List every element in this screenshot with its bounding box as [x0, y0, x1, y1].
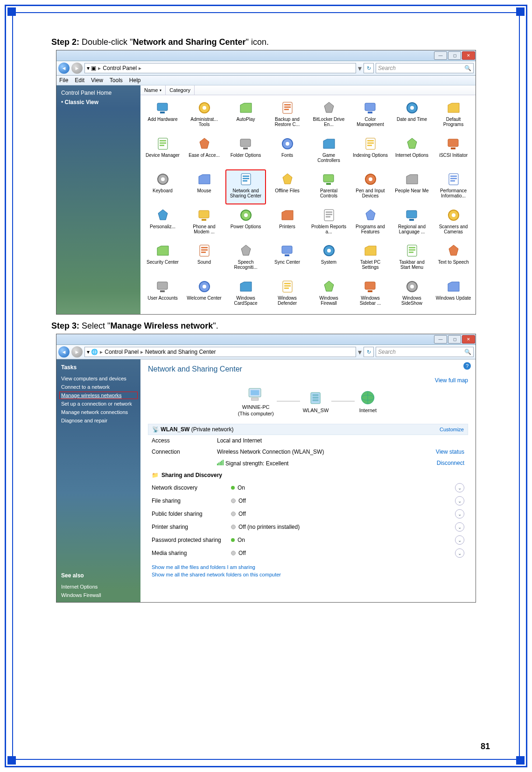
cp-icon-date-and-time[interactable]: Date and Time	[392, 98, 432, 133]
search-input[interactable]: Search🔍	[376, 63, 474, 73]
cp-icon-welcome-center[interactable]: Welcome Center	[184, 277, 224, 312]
search-input[interactable]: Search🔍	[376, 347, 474, 357]
cp-icon-indexing-options[interactable]: Indexing Options	[350, 134, 391, 169]
help-icon[interactable]: ?	[463, 362, 471, 370]
cp-icon-color-management[interactable]: Color Management	[350, 98, 391, 133]
cp-icon-windows-sideshow[interactable]: Windows SideShow	[392, 277, 432, 312]
cp-icon-default-programs[interactable]: Default Programs	[433, 98, 474, 133]
cp-icon-mouse[interactable]: Mouse	[184, 169, 224, 204]
cp-icon-system[interactable]: System	[308, 241, 349, 276]
expand-button[interactable]: ⌄	[455, 535, 464, 545]
menu-tools[interactable]: Tools	[110, 77, 123, 84]
seealso-internet-options[interactable]: Internet Options	[61, 583, 136, 591]
cp-icon-bitlocker-drive-en[interactable]: BitLocker Drive En...	[308, 98, 349, 133]
breadcrumb-item[interactable]: Control Panel	[105, 349, 139, 355]
cp-icon-autoplay[interactable]: AutoPlay	[225, 98, 266, 133]
refresh-button[interactable]: ↻	[364, 347, 374, 357]
cp-icon-scanners-and-cameras[interactable]: Scanners and Cameras	[433, 205, 474, 240]
maximize-button[interactable]: ◻	[448, 51, 461, 60]
cp-icon-fonts[interactable]: Fonts	[267, 134, 308, 169]
cp-icon-sync-center[interactable]: Sync Center	[267, 241, 308, 276]
disconnect-link[interactable]: Disconnect	[437, 460, 464, 467]
cp-icon-tablet-pc-settings[interactable]: Tablet PC Settings	[350, 241, 391, 276]
task-manage-wireless-networks[interactable]: Manage wireless networks	[61, 391, 136, 400]
breadcrumb-item[interactable]: Network and Sharing Center	[145, 349, 216, 355]
cp-icon-sound[interactable]: Sound	[184, 241, 224, 276]
cp-icon-performance-informatio[interactable]: Performance Informatio...	[433, 169, 474, 204]
cp-icon-administrat-tools[interactable]: Administrat... Tools	[184, 98, 224, 133]
close-button[interactable]: ✕	[462, 51, 475, 60]
cp-icon-iscsi-initiator[interactable]: iSCSI Initiator	[433, 134, 474, 169]
menu-view[interactable]: View	[91, 77, 103, 84]
cp-icon-personaliz[interactable]: Personaliz...	[142, 205, 183, 240]
cp-icon-ease-of-acce[interactable]: Ease of Acce...	[184, 134, 224, 169]
cp-icon-regional-and-language[interactable]: Regional and Language ...	[392, 205, 432, 240]
cp-icon-text-to-speech[interactable]: Text to Speech	[433, 241, 474, 276]
cp-icon-offline-files[interactable]: Offline Files	[267, 169, 308, 204]
cp-icon-windows-firewall[interactable]: Windows Firewall	[308, 277, 349, 312]
cp-icon-power-options[interactable]: Power Options	[225, 205, 266, 240]
view-status-link[interactable]: View status	[436, 449, 464, 455]
header-name[interactable]: Name ▾	[140, 85, 166, 95]
breadcrumb[interactable]: ▾ 🌐 ▸ Control Panel ▸ Network and Sharin…	[84, 347, 356, 357]
cp-icon-windows-cardspace[interactable]: Windows CardSpace	[225, 277, 266, 312]
seealso-windows-firewall[interactable]: Windows Firewall	[61, 591, 136, 599]
cp-icon-windows-sidebar[interactable]: Windows Sidebar ...	[350, 277, 391, 312]
back-button[interactable]: ◄	[58, 63, 70, 74]
cp-icon-add-hardware[interactable]: Add Hardware	[142, 98, 183, 133]
cp-icon-problem-reports-a[interactable]: Problem Reports a...	[308, 205, 349, 240]
menu-file[interactable]: File	[59, 77, 68, 84]
cp-icon-folder-options[interactable]: Folder Options	[225, 134, 266, 169]
forward-button[interactable]: ►	[71, 346, 83, 358]
task-manage-network-connections[interactable]: Manage network connections	[61, 408, 136, 416]
menu-help[interactable]: Help	[129, 77, 141, 84]
link-shared-files[interactable]: Show me all the files and folders I am s…	[152, 563, 464, 571]
breadcrumb-dropdown[interactable]: ▾	[358, 64, 362, 73]
expand-button[interactable]: ⌄	[455, 483, 464, 492]
cp-icon-windows-defender[interactable]: Windows Defender	[267, 277, 308, 312]
cp-icon-phone-and-modem[interactable]: Phone and Modem ...	[184, 205, 224, 240]
view-full-map-link[interactable]: View full map	[148, 377, 468, 384]
breadcrumb[interactable]: ▾ ▣ ▸ Control Panel ▸	[84, 63, 356, 73]
cp-icon-backup-and-restore-c[interactable]: Backup and Restore C...	[267, 98, 308, 133]
expand-button[interactable]: ⌄	[455, 522, 464, 532]
cp-icon-network-and-sharing-center[interactable]: Network and Sharing Center	[225, 169, 266, 204]
task-connect-to-a-network[interactable]: Connect to a network	[61, 383, 136, 391]
cp-icon-printers[interactable]: Printers	[267, 205, 308, 240]
header-category[interactable]: Category	[166, 85, 195, 95]
sidebar-classic-view[interactable]: Classic View	[61, 98, 136, 107]
expand-button[interactable]: ⌄	[455, 496, 464, 505]
cp-icon-pen-and-input-devices[interactable]: Pen and Input Devices	[350, 169, 391, 204]
breadcrumb-item[interactable]: Control Panel	[103, 65, 137, 71]
link-shared-folders[interactable]: Show me all the shared network folders o…	[152, 571, 464, 578]
customize-link[interactable]: Customize	[440, 427, 464, 432]
minimize-button[interactable]: —	[434, 51, 447, 60]
menu-edit[interactable]: Edit	[75, 77, 84, 84]
task-set-up-a-connection-or-network[interactable]: Set up a connection or network	[61, 400, 136, 408]
task-view-computers-and-devices[interactable]: View computers and devices	[61, 374, 136, 383]
cp-icon-keyboard[interactable]: Keyboard	[142, 169, 183, 204]
cp-icon-windows-update[interactable]: Windows Update	[433, 277, 474, 312]
sidebar-home[interactable]: Control Panel Home	[61, 88, 136, 98]
cp-icon-game-controllers[interactable]: Game Controllers	[308, 134, 349, 169]
breadcrumb-dropdown[interactable]: ▾	[358, 348, 362, 357]
cp-icon-user-accounts[interactable]: User Accounts	[142, 277, 183, 312]
expand-button[interactable]: ⌄	[455, 548, 464, 558]
expand-button[interactable]: ⌄	[455, 509, 464, 519]
maximize-button[interactable]: ◻	[448, 335, 461, 344]
refresh-button[interactable]: ↻	[364, 63, 374, 73]
close-button[interactable]: ✕	[462, 335, 475, 344]
back-button[interactable]: ◄	[58, 346, 70, 358]
svg-rect-16	[240, 139, 251, 147]
forward-button[interactable]: ►	[71, 63, 83, 74]
cp-icon-device-manager[interactable]: Device Manager	[142, 134, 183, 169]
cp-icon-parental-controls[interactable]: Parental Controls	[308, 169, 349, 204]
task-diagnose-and-repair[interactable]: Diagnose and repair	[61, 416, 136, 425]
cp-icon-security-center[interactable]: Security Center	[142, 241, 183, 276]
cp-icon-internet-options[interactable]: Internet Options	[392, 134, 432, 169]
cp-icon-speech-recogniti[interactable]: Speech Recogniti...	[225, 241, 266, 276]
cp-icon-programs-and-features[interactable]: Programs and Features	[350, 205, 391, 240]
cp-icon-taskbar-and-start-menu[interactable]: Taskbar and Start Menu	[392, 241, 432, 276]
minimize-button[interactable]: —	[434, 335, 447, 344]
cp-icon-people-near-me[interactable]: People Near Me	[392, 169, 432, 204]
